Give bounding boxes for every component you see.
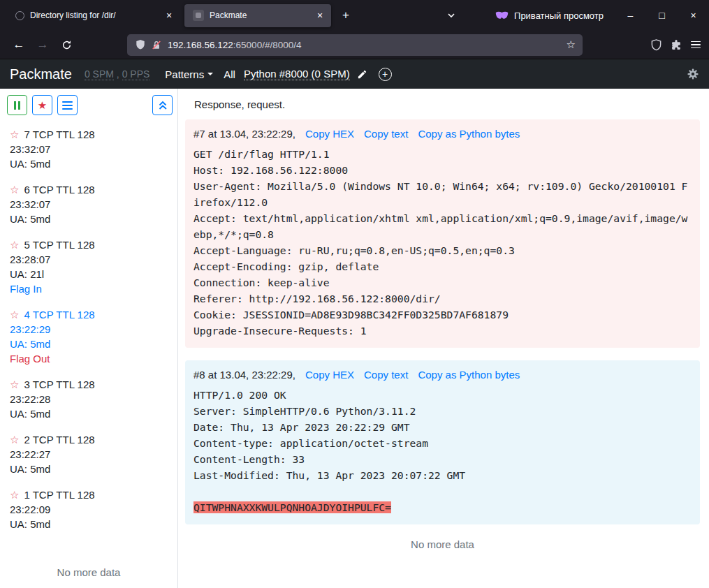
stream-user-agent: UA: 5md (10, 212, 177, 226)
packmate-header: Packmate 0 SPM , 0 PPS Patterns All Pyth… (0, 59, 709, 89)
stream-title: 2 TCP TTL 128 (24, 434, 94, 446)
stream-title: 1 TCP TTL 128 (24, 489, 94, 501)
app-brand[interactable]: Packmate (10, 66, 72, 82)
stream-item[interactable]: ☆5 TCP TTL 12823:28:07UA: 21lFlag In (10, 237, 177, 296)
stream-user-agent: UA: 21l (10, 267, 177, 281)
stream-list-button[interactable] (57, 95, 78, 115)
caret-down-icon (207, 73, 213, 75)
copy-as-python-bytes-link[interactable]: Copy as Python bytes (418, 369, 520, 381)
back-button[interactable]: ← (7, 34, 31, 55)
stream-title: 7 TCP TTL 128 (24, 128, 94, 140)
pattern-match-highlight: QITWPHNAXXKWULPQNHOAJDYOIHPULFC= (193, 501, 391, 513)
stream-user-agent: UA: 5md (10, 337, 177, 351)
favorite-star-icon[interactable]: ☆ (10, 239, 19, 251)
stream-item[interactable]: ☆6 TCP TTL 12823:32:07UA: 5md (10, 182, 177, 226)
copy-as-python-bytes-link[interactable]: Copy as Python bytes (418, 128, 520, 140)
private-mask-icon (495, 11, 509, 20)
stream-title: 6 TCP TTL 128 (24, 184, 94, 196)
insecure-lock-icon[interactable] (152, 40, 161, 50)
tab-directory-listing[interactable]: Directory listing for /dir/ × (7, 4, 180, 27)
navigation-bar: ← → 192.168.56.122:65000/#/8000/4 ☆ (0, 31, 709, 59)
tab-close-icon[interactable]: × (313, 8, 327, 22)
tab-title: Directory listing for /dir/ (30, 10, 156, 20)
close-window-button[interactable]: × (678, 0, 709, 31)
pause-capture-button[interactable] (7, 95, 27, 115)
extensions-puzzle-icon[interactable] (671, 39, 682, 51)
copy-hex-link[interactable]: Copy HEX (305, 128, 354, 140)
stream-flag-link[interactable]: Flag Out (10, 351, 177, 366)
stream-sidebar: ★ ☆7 TCP TTL 12823:32:07UA: 5md☆6 TCP TT… (0, 89, 178, 588)
packet-card: #8 at 13.04, 23:22:29,Copy HEXCopy textC… (185, 360, 700, 524)
list-all-tabs-chevron-icon[interactable] (441, 5, 462, 26)
favorite-star-icon[interactable]: ☆ (10, 378, 19, 390)
copy-text-link[interactable]: Copy text (364, 369, 408, 381)
forward-button: → (31, 34, 54, 55)
new-tab-button[interactable]: + (335, 5, 356, 26)
favorite-star-icon[interactable]: ☆ (10, 184, 19, 196)
browser-window: Directory listing for /dir/ × Packmate ×… (0, 0, 709, 588)
stream-item[interactable]: ☆2 TCP TTL 12823:22:27UA: 5md (10, 432, 177, 476)
stream-user-agent: UA: 5md (10, 406, 177, 421)
packet-content: GET /dir/flag HTTP/1.1 Host: 192.168.56.… (193, 146, 692, 339)
list-icon (62, 101, 73, 110)
url-text[interactable]: 192.168.56.122:65000/#/8000/4 (168, 40, 301, 50)
favorite-star-icon[interactable]: ☆ (10, 128, 19, 140)
tracking-protection-shield-icon[interactable] (136, 39, 145, 50)
toolbar-icons (650, 39, 702, 51)
stream-title: 4 TCP TTL 128 (24, 309, 94, 321)
tab-close-icon[interactable]: × (162, 8, 176, 22)
stream-user-agent: UA: 5md (10, 462, 177, 476)
packet-view: Response, request. #7 at 13.04, 23:22:29… (178, 89, 709, 588)
stream-user-agent: UA: 5md (10, 517, 177, 531)
maximize-button[interactable]: □ (646, 0, 678, 31)
reload-button[interactable] (54, 34, 78, 55)
patterns-dropdown[interactable]: Patterns (165, 68, 213, 80)
favorite-star-icon[interactable]: ☆ (10, 434, 19, 446)
stream-item[interactable]: ☆4 TCP TTL 12823:22:29UA: 5mdFlag Out (10, 307, 177, 366)
stream-title: 3 TCP TTL 128 (24, 378, 94, 390)
stream-title: 5 TCP TTL 128 (24, 239, 94, 251)
main-no-more-data: No more data (185, 537, 700, 550)
stream-flag-link[interactable]: Flag In (10, 281, 177, 296)
service-tab-label[interactable]: Python #8000 (0 SPM) (244, 68, 350, 80)
hamburger-menu-icon[interactable] (691, 41, 701, 49)
stream-time: 23:22:29 (10, 322, 177, 337)
settings-gear-icon[interactable] (687, 68, 699, 80)
packet-content: HTTP/1.0 200 OK Server: SimpleHTTP/0.6 P… (193, 387, 692, 515)
url-bar[interactable]: 192.168.56.122:65000/#/8000/4 ☆ (127, 34, 583, 56)
minimize-button[interactable]: – (615, 0, 646, 31)
edit-service-pencil-icon[interactable] (357, 69, 367, 80)
copy-hex-link[interactable]: Copy HEX (305, 369, 354, 381)
copy-text-link[interactable]: Copy text (364, 128, 408, 140)
sidebar-no-more-data: No more data (0, 562, 177, 588)
private-browsing-badge: Приватный просмотр (495, 10, 604, 21)
stream-item[interactable]: ☆7 TCP TTL 12823:32:07UA: 5md (10, 127, 177, 171)
page-favicon-icon (15, 11, 24, 20)
stream-item[interactable]: ☆1 TCP TTL 12823:22:09UA: 5md (10, 487, 177, 531)
stream-time: 23:32:07 (10, 197, 177, 212)
stream-user-agent: UA: 5md (10, 156, 177, 171)
favorite-star-icon[interactable]: ☆ (10, 309, 19, 321)
stream-time: 23:22:09 (10, 502, 177, 517)
add-service-button[interactable]: + (379, 68, 392, 81)
favorite-star-icon[interactable]: ☆ (10, 489, 19, 501)
stream-time: 23:28:07 (10, 252, 177, 267)
tab-bar: Directory listing for /dir/ × Packmate ×… (0, 0, 709, 31)
private-label: Приватный просмотр (514, 10, 604, 21)
tab-title: Packmate (210, 10, 307, 20)
scroll-to-top-button[interactable] (152, 95, 173, 115)
stream-time: 23:32:07 (10, 142, 177, 156)
packet-label: #8 at 13.04, 23:22:29, (193, 369, 295, 381)
stream-list: ☆7 TCP TTL 12823:32:07UA: 5md☆6 TCP TTL … (0, 115, 177, 562)
stream-item[interactable]: ☆3 TCP TTL 12823:22:28UA: 5md (10, 377, 177, 421)
bookmark-star-icon[interactable]: ☆ (567, 38, 576, 51)
double-chevron-up-icon (158, 101, 168, 110)
protections-shield-icon[interactable] (650, 39, 662, 51)
filter-note: Response, request. (194, 98, 700, 110)
packet-label: #7 at 13.04, 23:22:29, (193, 128, 295, 140)
nav-link-all[interactable]: All (224, 68, 235, 80)
favorites-filter-button[interactable]: ★ (32, 95, 52, 115)
tab-packmate[interactable]: Packmate × (184, 4, 331, 27)
traffic-stats: 0 SPM , 0 PPS (85, 68, 149, 80)
content-area: ★ ☆7 TCP TTL 12823:32:07UA: 5md☆6 TCP TT… (0, 89, 709, 588)
